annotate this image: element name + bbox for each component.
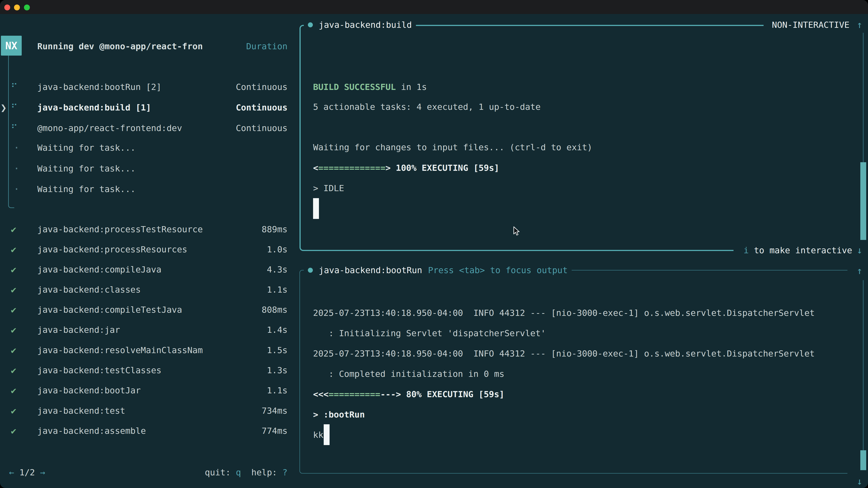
check-icon: ✔ [11, 304, 16, 316]
check-icon: ✔ [11, 284, 16, 296]
interactive-hint-key[interactable]: i [744, 246, 749, 255]
task-row[interactable]: java-backend:bootJar [37, 384, 141, 396]
bootrun-pane-title: java-backend:bootRun [319, 265, 422, 275]
task-duration: Continuous [219, 101, 287, 113]
waiting-dot-icon: · [13, 183, 20, 195]
spinner-icon: ⠋ [11, 122, 18, 134]
check-icon: ✔ [11, 243, 16, 256]
scroll-up-icon[interactable]: ↑ [857, 265, 862, 277]
task-row[interactable]: java-backend:compileJava [37, 263, 161, 275]
terminal-cursor [324, 424, 330, 445]
page-next-icon[interactable]: → [40, 467, 45, 477]
task-duration: Continuous [219, 122, 287, 134]
build-pane-title: java-backend:build [319, 20, 412, 30]
close-button[interactable] [4, 4, 10, 10]
task-duration: 1.5s [219, 344, 287, 356]
check-icon: ✔ [11, 425, 16, 437]
mouse-cursor-icon [513, 226, 521, 236]
check-icon: ✔ [11, 404, 16, 417]
quit-label: quit: [205, 467, 230, 477]
focus-output-hint: Press <tab> to focus output [428, 265, 568, 275]
task-duration: 1.4s [219, 324, 287, 336]
duration-column-header: Duration [219, 40, 287, 53]
spinner-icon: ⠋ [11, 101, 18, 113]
task-row[interactable]: java-backend:assemble [37, 425, 146, 437]
task-row[interactable]: java-backend:processTestResource [37, 223, 203, 235]
task-row[interactable]: java-backend:testClasses [37, 364, 161, 377]
bootrun-pane-border [300, 270, 847, 474]
build-pane-border-top [733, 25, 764, 26]
interactive-hint: i to make interactive [710, 244, 852, 256]
check-icon: ✔ [11, 324, 16, 336]
terminal-cursor [313, 198, 319, 219]
scrollbar-track [863, 280, 864, 470]
help-key[interactable]: ? [282, 467, 287, 477]
quit-key[interactable]: q [236, 467, 241, 477]
check-icon: ✔ [11, 223, 16, 235]
task-row[interactable]: java-backend:bootRun [2] [37, 81, 161, 93]
task-row-selected[interactable]: java-backend:build [1] [37, 101, 151, 113]
build-pane-header[interactable]: java-backend:build [304, 19, 416, 31]
task-duration: 889ms [219, 223, 287, 235]
spinner-icon: ⠋ [11, 81, 18, 93]
check-icon: ✔ [11, 364, 16, 377]
zoom-button[interactable] [24, 4, 30, 10]
task-duration: 774ms [219, 425, 287, 437]
scroll-up-icon[interactable]: ↑ [857, 19, 862, 31]
task-row[interactable]: java-backend:resolveMainClassNam [37, 344, 203, 356]
task-row[interactable]: Waiting for task... [37, 162, 135, 175]
task-row[interactable]: java-backend:classes [37, 284, 141, 296]
task-status-bullet-icon [308, 22, 313, 27]
bootrun-pane-header[interactable]: java-backend:bootRun Press <tab> to focu… [304, 264, 572, 276]
non-interactive-badge: NON-INTERACTIVE [770, 19, 849, 31]
check-icon: ✔ [11, 263, 16, 275]
task-duration: 734ms [219, 404, 287, 417]
nx-logo: NX [1, 36, 22, 56]
build-pane-border [300, 25, 734, 251]
scrollbar-thumb[interactable] [860, 450, 866, 470]
task-row[interactable]: Waiting for task... [37, 183, 135, 195]
task-duration: 1.3s [219, 364, 287, 377]
help-label: help: [251, 467, 277, 477]
task-status-bullet-icon [308, 268, 313, 273]
waiting-dot-icon: · [13, 162, 20, 175]
task-row[interactable]: java-backend:jar [37, 324, 120, 336]
waiting-dot-icon: · [13, 142, 20, 154]
task-row[interactable]: java-backend:compileTestJava [37, 304, 182, 316]
minimize-button[interactable] [14, 4, 20, 10]
check-icon: ✔ [11, 384, 16, 396]
task-duration: 1.1s [219, 384, 287, 396]
check-icon: ✔ [11, 344, 16, 356]
task-row[interactable]: Waiting for task... [37, 142, 135, 154]
scroll-down-icon[interactable]: ↓ [857, 244, 862, 256]
terminal-window: NX Running dev @mono-app/react-fron Dura… [0, 0, 868, 488]
task-row[interactable]: java-backend:processResources [37, 243, 187, 256]
task-row[interactable]: @mono-app/react-frontend:dev [37, 122, 182, 134]
pagination: ← 1/2 → [9, 466, 45, 479]
task-row[interactable]: java-backend:test [37, 404, 125, 417]
task-duration: Continuous [219, 81, 287, 93]
footer-shortcuts: quit: q help: ? [152, 466, 287, 479]
task-duration: 808ms [219, 304, 287, 316]
sidebar-header-title: Running dev @mono-app/react-fron [37, 40, 203, 53]
task-duration: 1.0s [219, 243, 287, 256]
page-indicator: 1/2 [20, 467, 35, 477]
page-prev-icon[interactable]: ← [9, 467, 14, 477]
selected-task-marker: ❯ [0, 101, 7, 113]
task-duration: 1.1s [219, 284, 287, 296]
task-duration: 4.3s [219, 263, 287, 275]
titlebar [0, 0, 868, 14]
scrollbar-thumb[interactable] [860, 162, 866, 240]
scroll-down-icon[interactable]: ↓ [857, 475, 862, 488]
